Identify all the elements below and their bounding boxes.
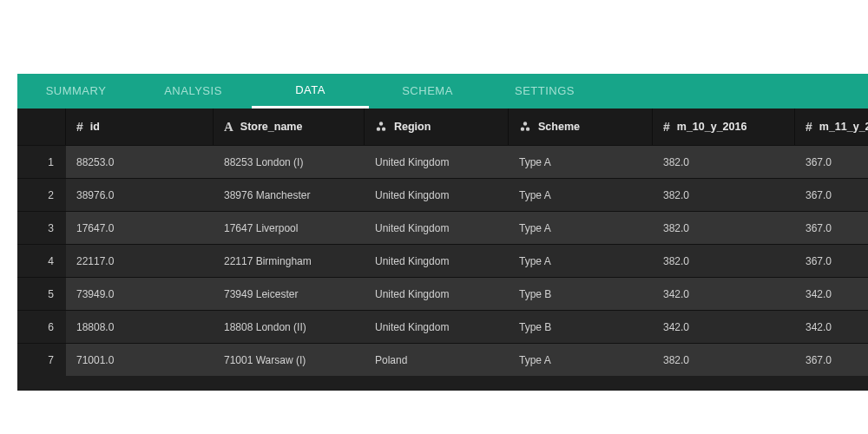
svg-point-3 — [523, 122, 527, 125]
cell-scheme[interactable]: Type A — [509, 211, 653, 244]
col-header-id[interactable]: # id — [66, 108, 214, 145]
cell-m10[interactable]: 382.0 — [653, 211, 795, 244]
cell-scheme[interactable]: Type A — [509, 343, 653, 376]
cell-store-name[interactable]: 17647 Liverpool — [214, 211, 365, 244]
text-icon: A — [224, 120, 233, 135]
cell-region[interactable]: United Kingdom — [365, 145, 509, 178]
cell-store-name[interactable]: 73949 Leicester — [214, 277, 365, 310]
cell-m11[interactable]: 367.0 — [795, 211, 868, 244]
col-header-rownum[interactable] — [17, 108, 66, 145]
tab-analysis[interactable]: ANALYSIS — [135, 74, 252, 108]
tab-schema[interactable]: SCHEMA — [369, 74, 486, 108]
cell-m10[interactable]: 382.0 — [653, 178, 795, 211]
cell-m11[interactable]: 367.0 — [795, 145, 868, 178]
svg-point-5 — [526, 127, 529, 130]
cell-store-name[interactable]: 38976 Manchester — [214, 178, 365, 211]
row-number: 4 — [17, 244, 66, 277]
cell-region[interactable]: United Kingdom — [365, 178, 509, 211]
tab-summary[interactable]: SUMMARY — [17, 74, 135, 108]
cell-scheme[interactable]: Type B — [509, 277, 653, 310]
cell-m11[interactable]: 367.0 — [795, 244, 868, 277]
cell-m11[interactable]: 367.0 — [795, 178, 868, 211]
col-header-store-name[interactable]: A Store_name — [214, 108, 365, 145]
cell-region[interactable]: United Kingdom — [365, 211, 509, 244]
data-table: # id A Store_name Region Scheme # — [17, 108, 868, 391]
tab-data[interactable]: DATA — [252, 74, 369, 108]
cell-m10[interactable]: 382.0 — [653, 343, 795, 376]
number-icon: # — [806, 120, 812, 134]
category-icon — [375, 121, 387, 133]
cell-id[interactable]: 73949.0 — [66, 277, 214, 310]
cell-m10[interactable]: 342.0 — [653, 310, 795, 343]
row-number: 6 — [17, 310, 66, 343]
cell-store-name[interactable]: 71001 Warsaw (I) — [214, 343, 365, 376]
cell-id[interactable]: 71001.0 — [66, 343, 214, 376]
cell-region[interactable]: United Kingdom — [365, 310, 509, 343]
col-header-label: Scheme — [538, 121, 580, 133]
cell-scheme[interactable]: Type A — [509, 178, 653, 211]
col-header-m10[interactable]: # m_10_y_2016 — [653, 108, 795, 145]
cell-store-name[interactable]: 88253 London (I) — [214, 145, 365, 178]
cell-region[interactable]: United Kingdom — [365, 244, 509, 277]
cell-m11[interactable]: 367.0 — [795, 343, 868, 376]
cell-region[interactable]: United Kingdom — [365, 277, 509, 310]
cell-id[interactable]: 88253.0 — [66, 145, 214, 178]
cell-store-name[interactable]: 22117 Birmingham — [214, 244, 365, 277]
col-header-region[interactable]: Region — [365, 108, 509, 145]
col-header-label: m_11_y_2016 — [819, 121, 868, 133]
cell-scheme[interactable]: Type A — [509, 145, 653, 178]
col-header-scheme[interactable]: Scheme — [509, 108, 653, 145]
svg-point-4 — [521, 127, 524, 130]
category-icon — [519, 121, 531, 133]
row-number: 1 — [17, 145, 66, 178]
row-number: 2 — [17, 178, 66, 211]
number-icon: # — [76, 120, 83, 134]
cell-id[interactable]: 17647.0 — [66, 211, 214, 244]
col-header-m11[interactable]: # m_11_y_2016 — [795, 108, 868, 145]
cell-m10[interactable]: 382.0 — [653, 244, 795, 277]
col-header-label: id — [90, 121, 100, 133]
svg-point-2 — [382, 127, 385, 130]
cell-m11[interactable]: 342.0 — [795, 277, 868, 310]
row-number: 3 — [17, 211, 66, 244]
row-number: 5 — [17, 277, 66, 310]
tab-bar: SUMMARY ANALYSIS DATA SCHEMA SETTINGS — [17, 74, 868, 108]
cell-id[interactable]: 38976.0 — [66, 178, 214, 211]
cell-scheme[interactable]: Type B — [509, 310, 653, 343]
number-icon: # — [663, 120, 670, 134]
row-number: 7 — [17, 343, 66, 376]
cell-store-name[interactable]: 18808 London (II) — [214, 310, 365, 343]
cell-scheme[interactable]: Type A — [509, 244, 653, 277]
tab-settings[interactable]: SETTINGS — [486, 74, 603, 108]
col-header-label: Store_name — [240, 121, 303, 133]
cell-region[interactable]: Poland — [365, 343, 509, 376]
cell-m10[interactable]: 342.0 — [653, 277, 795, 310]
cell-id[interactable]: 18808.0 — [66, 310, 214, 343]
svg-point-0 — [379, 122, 383, 125]
cell-m11[interactable]: 342.0 — [795, 310, 868, 343]
col-header-label: Region — [394, 121, 431, 133]
cell-m10[interactable]: 382.0 — [653, 145, 795, 178]
col-header-label: m_10_y_2016 — [677, 121, 747, 133]
svg-point-1 — [377, 127, 380, 130]
cell-id[interactable]: 22117.0 — [66, 244, 214, 277]
